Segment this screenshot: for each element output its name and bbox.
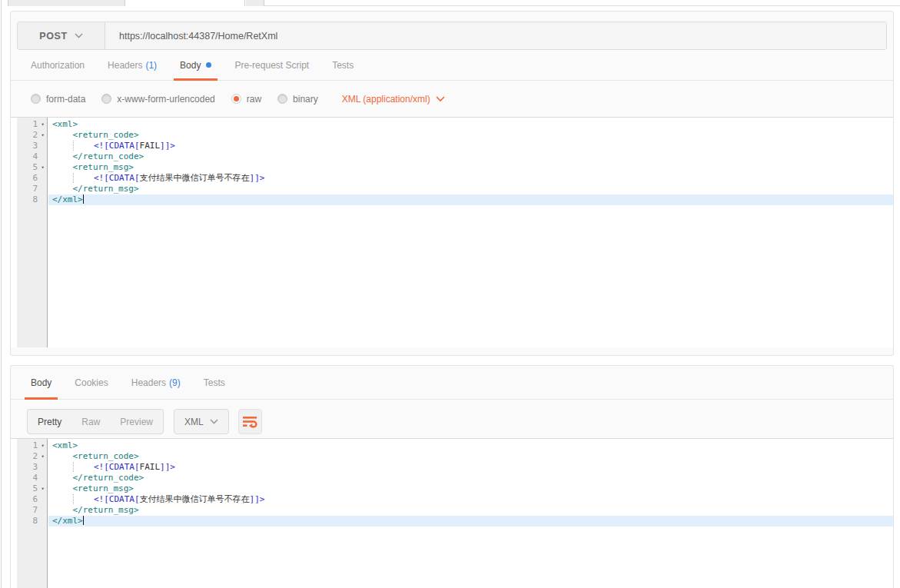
response-panel: Body Cookies Headers (9) Tests Pretty Ra… <box>10 365 894 588</box>
line-number-cell: 6 <box>17 173 48 184</box>
tab-tests[interactable]: Tests <box>326 50 360 80</box>
body-modified-dot <box>206 62 211 68</box>
mode-binary[interactable]: binary <box>277 94 318 105</box>
line-number-cell: 3 <box>17 141 48 151</box>
fold-arrow-icon[interactable]: ▾ <box>38 451 48 462</box>
request-body-editor[interactable]: 1▾<xml>2▾ <return_code>3 <![CDATA[FAIL]]… <box>11 117 893 347</box>
code-token-atom: <![CDATA[ <box>94 494 140 504</box>
response-view-row: Pretty Raw Preview XML <box>11 409 893 434</box>
line-number-cell: 2▾ <box>17 451 48 462</box>
view-pretty-button[interactable]: Pretty <box>28 410 71 434</box>
mode-x-www-form-urlencoded[interactable]: x-www-form-urlencoded <box>101 94 214 105</box>
code-text: </return_msg> <box>48 184 893 194</box>
code-line[interactable]: 1▾<xml> <box>17 440 893 451</box>
line-number-cell: 8 <box>17 516 48 527</box>
code-token-ws <box>52 494 73 504</box>
line-number-cell: 5▾ <box>17 162 48 173</box>
view-preview-button[interactable]: Preview <box>110 410 163 434</box>
tab-body[interactable]: Body <box>174 50 218 80</box>
tab-response-tests[interactable]: Tests <box>198 366 231 399</box>
view-label: Preview <box>120 417 153 427</box>
tab-authorization[interactable]: Authorization <box>25 50 91 80</box>
line-number-cell: 3 <box>17 462 48 473</box>
line-number: 5 <box>32 162 38 173</box>
app-tab-active[interactable] <box>126 0 245 6</box>
mode-form-data[interactable]: form-data <box>31 94 85 105</box>
fold-arrow-icon[interactable]: ▾ <box>38 440 48 451</box>
response-format-dropdown[interactable]: XML <box>174 409 229 434</box>
code-token-tag: <xml> <box>52 119 78 129</box>
app-tab-new-button[interactable] <box>246 0 264 6</box>
radio-icon[interactable] <box>31 94 41 104</box>
code-line[interactable]: 1▾<xml> <box>17 119 893 130</box>
code-text: <![CDATA[支付结果中微信订单号不存在]]> <box>48 173 893 184</box>
chevron-down-icon <box>75 33 83 38</box>
line-number: 4 <box>32 151 38 162</box>
chevron-down-icon <box>436 96 445 102</box>
code-text: <return_code> <box>48 130 893 141</box>
headers-count-badge: (1) <box>145 60 157 71</box>
code-line[interactable]: 5▾ <return_msg> <box>17 483 893 494</box>
code-token-tag: </xml> <box>52 516 83 526</box>
tab-response-headers[interactable]: Headers (9) <box>125 366 187 399</box>
fold-arrow-icon[interactable]: ▾ <box>38 119 48 130</box>
code-token-plain: 支付结果中微信订单号不存在 <box>140 173 250 183</box>
line-number: 8 <box>32 516 38 527</box>
code-token-ws <box>52 151 73 161</box>
code-line[interactable]: 4 </return_code> <box>17 473 893 483</box>
app-tab-inactive[interactable] <box>8 0 125 6</box>
code-line[interactable]: 4 </return_code> <box>17 151 893 162</box>
code-line[interactable]: 6 <![CDATA[支付结果中微信订单号不存在]]> <box>17 494 893 505</box>
wrap-lines-button[interactable] <box>238 409 262 434</box>
line-number: 2 <box>32 130 38 141</box>
radio-icon-selected[interactable] <box>231 94 241 104</box>
fold-arrow-icon[interactable]: ▾ <box>38 483 48 494</box>
code-line[interactable]: 5▾ <return_msg> <box>17 162 893 173</box>
code-token-plain: FAIL <box>140 141 161 151</box>
url-text: https://localhost:44387/Home/RetXml <box>119 31 277 42</box>
content-type-dropdown[interactable]: XML (application/xml) <box>342 94 445 105</box>
response-headers-count-badge: (9) <box>169 377 181 388</box>
tab-response-body[interactable]: Body <box>25 366 58 399</box>
code-line[interactable]: 2▾ <return_code> <box>17 451 893 462</box>
code-token-tag: <xml> <box>52 440 78 450</box>
code-token-atom: <![CDATA[ <box>94 462 140 472</box>
request-tabs: Authorization Headers (1) Body Pre-reque… <box>11 50 893 81</box>
radio-icon[interactable] <box>101 94 111 104</box>
code-line[interactable]: 7 </return_msg> <box>17 505 893 516</box>
code-text: </xml> <box>48 194 893 205</box>
fold-arrow-icon[interactable]: ▾ <box>38 162 48 173</box>
tab-pre-request-script[interactable]: Pre-request Script <box>228 50 315 80</box>
response-code-lines: 1▾<xml>2▾ <return_code>3 <![CDATA[FAIL]]… <box>17 440 893 527</box>
view-raw-button[interactable]: Raw <box>71 410 110 434</box>
response-body-editor[interactable]: 1▾<xml>2▾ <return_code>3 <![CDATA[FAIL]]… <box>11 438 893 588</box>
body-mode-row: form-data x-www-form-urlencoded raw bina… <box>11 81 893 117</box>
method-dropdown[interactable]: POST <box>18 22 105 49</box>
tab-response-cookies[interactable]: Cookies <box>68 366 114 399</box>
code-line[interactable]: 2▾ <return_code> <box>17 130 893 141</box>
code-token-guide <box>73 173 95 183</box>
code-line[interactable]: 7 </return_msg> <box>17 184 893 194</box>
code-line[interactable]: 3 <![CDATA[FAIL]]> <box>17 141 893 151</box>
code-token-atom: ]]> <box>250 494 265 504</box>
line-number: 7 <box>32 184 38 194</box>
code-text: <![CDATA[支付结果中微信订单号不存在]]> <box>48 494 893 505</box>
line-number: 4 <box>32 473 38 483</box>
tab-strip-divider <box>264 5 900 6</box>
mode-raw[interactable]: raw <box>231 94 261 105</box>
mode-label: x-www-form-urlencoded <box>117 94 214 105</box>
code-line[interactable]: 3 <![CDATA[FAIL]]> <box>17 462 893 473</box>
code-line[interactable]: 8</xml> <box>17 516 893 527</box>
line-number: 3 <box>32 141 38 151</box>
tab-label: Tests <box>204 377 225 388</box>
fold-arrow-icon[interactable]: ▾ <box>38 130 48 141</box>
radio-icon[interactable] <box>277 94 287 104</box>
url-input[interactable]: https://localhost:44387/Home/RetXml <box>105 22 886 49</box>
code-token-guide <box>73 462 95 472</box>
code-token-tag: </xml> <box>52 194 83 204</box>
code-line[interactable]: 6 <![CDATA[支付结果中微信订单号不存在]]> <box>17 173 893 184</box>
code-text: <return_code> <box>48 451 893 462</box>
code-line[interactable]: 8</xml> <box>17 194 893 205</box>
tab-headers[interactable]: Headers (1) <box>101 50 163 80</box>
code-token-guide <box>73 141 95 151</box>
